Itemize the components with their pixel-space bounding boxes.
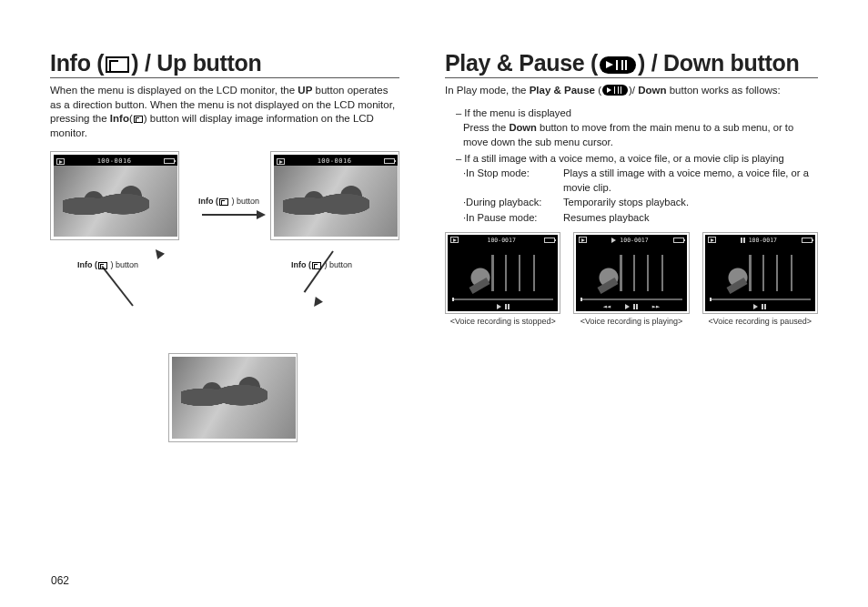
bullet-text: If a still image with a voice memo, a vo… (464, 153, 783, 164)
diagram-caption: Info ( ) button (198, 197, 259, 206)
lcd-screen: 100-0016 (54, 155, 177, 237)
battery-icon (544, 238, 555, 243)
right-heading: Play & Pause () / Down button (445, 50, 818, 78)
heading-text-post: ) / Down button (638, 50, 799, 76)
osd-top: 100-0016 (56, 157, 175, 166)
progress-bar (452, 298, 553, 300)
info-icon (106, 56, 129, 73)
lcd-state-full-info: 100-0016 (50, 151, 179, 240)
intro-seg: button works as follows: (667, 85, 781, 96)
bullet-text: If the menu is displayed (464, 107, 571, 118)
play-icon (753, 304, 758, 309)
sample-photo (274, 166, 398, 237)
progress-bar (580, 298, 681, 300)
intro-seg: ( (129, 113, 133, 124)
control-bar: ◄◄ ►► (576, 303, 686, 311)
file-number: 100-0016 (318, 157, 352, 165)
heading-text-post: ) / Up button (131, 50, 261, 76)
microphone-icon (464, 255, 546, 291)
cap-pre: Info ( (291, 260, 311, 269)
mode-label: ·In Pause mode: (463, 210, 563, 225)
cap-pre: Info ( (198, 197, 218, 206)
info-icon (312, 262, 321, 269)
voice-state-thumbs: 100-0017 <Voice recording is stopped> 10… (445, 232, 818, 326)
intro-seg: )/ (629, 85, 638, 96)
thumb-caption: <Voice recording is paused> (702, 317, 818, 326)
pause-icon (505, 304, 510, 309)
play-icon (611, 238, 616, 243)
thumb-stopped: 100-0017 <Voice recording is stopped> (445, 232, 560, 326)
microphone-icon (722, 255, 803, 291)
info-icon (134, 116, 143, 123)
intro-seg: When the menu is displayed on the LCD mo… (50, 85, 298, 96)
control-bar (448, 303, 558, 311)
intro-bold-up: UP (298, 85, 312, 96)
pause-icon (633, 304, 638, 309)
bullet-item: – If the menu is displayed (456, 107, 818, 118)
thumb-playing: 100-0017 ◄◄ ►► <Voice recording is playi… (573, 232, 689, 326)
play-pause-icon (602, 85, 628, 96)
thumb-caption: <Voice recording is playing> (573, 317, 689, 326)
pause-icon (762, 304, 766, 309)
right-column: Play & Pause () / Down button In Play mo… (445, 50, 818, 442)
file-number: 100-0017 (749, 237, 777, 244)
page-number: 062 (51, 574, 69, 587)
arrow-icon (202, 210, 266, 219)
intro-bold: Down (638, 85, 666, 96)
lcd-screen: 100-0016 (274, 155, 398, 237)
right-intro: In Play mode, the Play & Pause ()/ Down … (445, 84, 818, 98)
mode-row: ·During playback: Temporarily stops play… (463, 195, 818, 209)
battery-icon (673, 238, 684, 243)
seg: Press the (463, 122, 509, 133)
left-column: Info () / Up button When the menu is dis… (50, 50, 399, 442)
battery-icon (384, 158, 395, 164)
battery-icon (164, 158, 175, 164)
battery-icon (802, 238, 812, 243)
left-heading: Info () / Up button (50, 50, 399, 78)
file-number: 100-0017 (620, 237, 648, 244)
info-cycle-diagram: 100-0016 100-0016 (50, 151, 399, 442)
mode-desc: Plays a still image with a voice memo, a… (563, 166, 818, 195)
lcd-state-no-info (168, 353, 298, 442)
thumb-caption: <Voice recording is stopped> (445, 317, 560, 326)
diagram-caption: Info ( ) button (77, 260, 138, 269)
play-mode-icon (450, 237, 459, 243)
intro-bold-info: Info (110, 113, 129, 124)
arrow-icon (305, 251, 359, 306)
mode-label: ·In Stop mode: (463, 166, 563, 195)
rew-icon: ◄◄ (603, 303, 611, 310)
mode-row: ·In Pause mode: Resumes playback (463, 210, 818, 225)
microphone-icon (592, 255, 674, 291)
sample-photo (172, 357, 296, 439)
sample-photo (54, 166, 177, 237)
progress-bar (710, 298, 811, 300)
lcd-state-basic-info: 100-0016 (270, 151, 399, 240)
play-pause-icon (600, 56, 636, 74)
control-bar (705, 303, 815, 311)
cap-post: ) button (229, 197, 259, 206)
bold: Down (509, 122, 536, 133)
thumb-paused: 100-0017 <Voice recording is paused> (702, 232, 818, 326)
intro-seg: In Play mode, the (445, 85, 530, 96)
arrow-icon (123, 251, 177, 306)
heading-text-pre: Play & Pause ( (445, 50, 598, 76)
osd-top: 100-0016 (277, 157, 395, 166)
page-columns: Info () / Up button When the menu is dis… (50, 50, 818, 442)
play-icon (497, 304, 501, 309)
play-mode-icon (277, 158, 285, 165)
play-mode-icon (708, 237, 716, 243)
info-icon (219, 198, 228, 206)
play-mode-icon (579, 237, 587, 243)
left-intro: When the menu is displayed on the LCD mo… (50, 84, 399, 140)
ffwd-icon: ►► (652, 303, 660, 310)
file-number: 100-0017 (488, 237, 516, 244)
right-list: – If the menu is displayed Press the Dow… (445, 107, 818, 225)
cap-post: ) button (108, 260, 138, 269)
mode-row: ·In Stop mode: Plays a still image with … (463, 166, 818, 195)
file-number: 100-0016 (97, 157, 132, 165)
lcd-screen (172, 357, 296, 439)
heading-text-pre: Info ( (50, 50, 104, 76)
mode-desc: Temporarily stops playback. (563, 195, 818, 209)
pause-icon (741, 238, 745, 243)
intro-bold: Play & Pause (530, 85, 595, 96)
